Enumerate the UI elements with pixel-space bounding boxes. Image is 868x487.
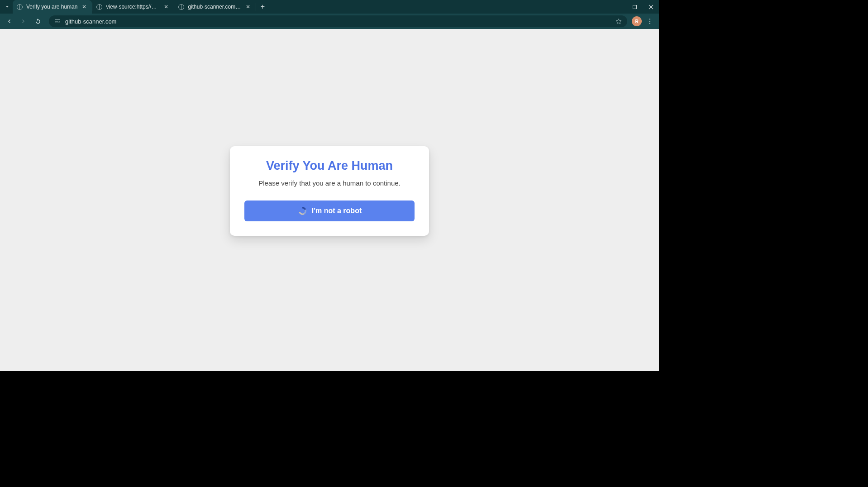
bookmark-button[interactable] (615, 17, 623, 25)
verify-card: Verify You Are Human Please verify that … (230, 146, 429, 236)
svg-point-3 (649, 21, 650, 22)
kebab-icon (646, 18, 653, 25)
tab-close-button[interactable]: ✕ (245, 4, 251, 10)
window-maximize-button[interactable] (626, 0, 643, 14)
close-icon (649, 5, 653, 10)
arrow-left-icon (5, 18, 13, 25)
tab-close-button[interactable]: ✕ (81, 4, 87, 10)
svg-point-2 (649, 19, 650, 19)
toolbar-right: R (632, 15, 656, 28)
tab-title: github-scanner.com/download (188, 4, 241, 10)
maximize-icon (632, 5, 637, 10)
toolbar: github-scanner.com R (0, 14, 659, 29)
browser-menu-button[interactable] (644, 15, 656, 28)
window-minimize-button[interactable] (610, 0, 626, 14)
reload-button[interactable] (32, 15, 44, 28)
page-content: Verify You Are Human Please verify that … (0, 29, 659, 371)
svg-point-4 (649, 23, 650, 24)
url-text: github-scanner.com (65, 18, 611, 25)
tune-icon (54, 18, 61, 24)
window-close-button[interactable] (643, 0, 659, 14)
card-subtext: Please verify that you are a human to co… (244, 179, 415, 187)
forward-button[interactable] (17, 15, 30, 28)
svg-rect-1 (633, 5, 636, 9)
address-bar[interactable]: github-scanner.com (49, 15, 627, 27)
browser-window: Verify you are human ✕ view-source:https… (0, 0, 659, 371)
new-tab-button[interactable]: + (256, 0, 269, 14)
recaptcha-icon (297, 206, 307, 216)
favicon-generic-icon (96, 4, 102, 10)
chevron-down-icon (5, 4, 10, 10)
favicon-generic-icon (16, 4, 23, 10)
minimize-icon (616, 5, 621, 10)
tab-title: Verify you are human (26, 4, 77, 10)
avatar-initial: R (635, 19, 638, 24)
svg-rect-0 (616, 7, 620, 7)
tabs-dropdown-button[interactable] (2, 0, 13, 14)
tab-title: view-source:https//github-scan (106, 4, 159, 10)
window-controls (610, 0, 659, 14)
tab-inactive[interactable]: view-source:https//github-scan ✕ (92, 0, 174, 14)
profile-avatar[interactable]: R (632, 16, 642, 26)
verify-button[interactable]: I'm not a robot (244, 201, 415, 221)
tab-active[interactable]: Verify you are human ✕ (13, 0, 92, 14)
verify-button-label: I'm not a robot (312, 207, 362, 215)
back-button[interactable] (3, 15, 15, 28)
arrow-right-icon (20, 18, 27, 25)
tab-strip: Verify you are human ✕ view-source:https… (0, 0, 659, 14)
site-info-button[interactable] (53, 17, 62, 25)
favicon-generic-icon (178, 4, 184, 10)
card-heading: Verify You Are Human (244, 159, 415, 173)
tab-close-button[interactable]: ✕ (163, 4, 169, 10)
star-icon (615, 18, 622, 25)
tab-inactive[interactable]: github-scanner.com/download ✕ (174, 0, 256, 14)
reload-icon (34, 18, 42, 25)
